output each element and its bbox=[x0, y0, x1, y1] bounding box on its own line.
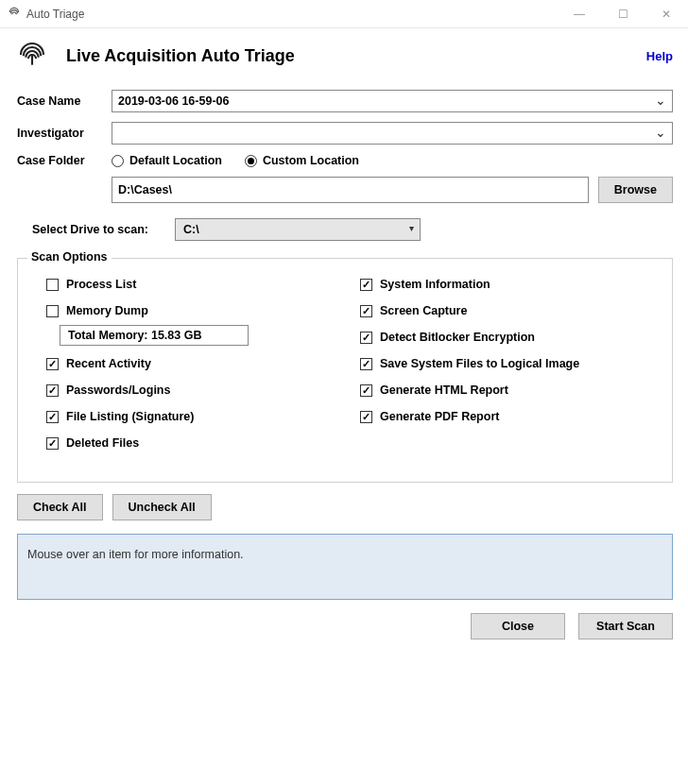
app-icon bbox=[8, 6, 21, 22]
check-memory-dump[interactable]: Memory Dump bbox=[46, 304, 345, 317]
check-label: Process List bbox=[66, 278, 136, 291]
window-title: Auto Triage bbox=[26, 8, 84, 21]
checkbox-icon bbox=[46, 384, 59, 397]
case-folder-path-value: D:\Cases\ bbox=[118, 183, 172, 196]
check-label: File Listing (Signature) bbox=[66, 410, 194, 423]
checkbox-icon bbox=[46, 305, 59, 317]
radio-icon bbox=[245, 155, 257, 167]
check-label: Passwords/Logins bbox=[66, 383, 170, 397]
close-button[interactable]: Close bbox=[471, 613, 565, 639]
close-window-button[interactable]: ✕ bbox=[645, 0, 688, 28]
check-save-system-files[interactable]: Save System Files to Logical Image bbox=[360, 357, 659, 370]
checkbox-icon bbox=[46, 437, 59, 450]
checkbox-icon bbox=[360, 384, 372, 397]
checkbox-icon bbox=[360, 305, 372, 317]
case-name-label: Case Name bbox=[17, 94, 112, 108]
maximize-button[interactable]: ☐ bbox=[601, 0, 645, 28]
check-label: Generate PDF Report bbox=[380, 410, 499, 423]
check-label: Memory Dump bbox=[66, 304, 148, 317]
checkbox-icon bbox=[360, 332, 372, 344]
case-name-input[interactable]: 2019-03-06 16-59-06 bbox=[112, 90, 673, 112]
window-titlebar: Auto Triage — ☐ ✕ bbox=[0, 0, 688, 28]
check-passwords-logins[interactable]: Passwords/Logins bbox=[46, 383, 345, 397]
radio-default-location[interactable]: Default Location bbox=[112, 154, 222, 167]
check-label: Screen Capture bbox=[380, 304, 467, 317]
scan-options-fieldset: Scan Options Process List Memory Dump To… bbox=[17, 258, 673, 483]
check-all-button[interactable]: Check All bbox=[17, 494, 103, 520]
radio-icon bbox=[112, 155, 124, 167]
check-screen-capture[interactable]: Screen Capture bbox=[360, 304, 659, 317]
drive-value: C:\ bbox=[183, 223, 199, 236]
minimize-button[interactable]: — bbox=[558, 0, 601, 28]
help-link[interactable]: Help bbox=[646, 49, 673, 63]
check-label: Deleted Files bbox=[66, 436, 139, 450]
checkbox-icon bbox=[360, 411, 372, 423]
browse-button[interactable]: Browse bbox=[598, 177, 673, 203]
memory-info: Total Memory: 15.83 GB bbox=[60, 325, 249, 346]
drive-label: Select Drive to scan: bbox=[32, 223, 148, 236]
check-label: Detect Bitlocker Encryption bbox=[380, 331, 535, 344]
info-box: Mouse over an item for more information. bbox=[17, 534, 673, 600]
checkbox-icon bbox=[46, 358, 59, 370]
check-label: Recent Activity bbox=[66, 357, 151, 370]
check-html-report[interactable]: Generate HTML Report bbox=[360, 383, 659, 397]
check-process-list[interactable]: Process List bbox=[46, 278, 345, 291]
check-bitlocker[interactable]: Detect Bitlocker Encryption bbox=[360, 331, 659, 344]
check-label: Generate HTML Report bbox=[380, 383, 508, 397]
page-title: Live Acquisition Auto Triage bbox=[66, 46, 295, 66]
case-folder-label: Case Folder bbox=[17, 154, 112, 167]
check-file-listing[interactable]: File Listing (Signature) bbox=[46, 410, 345, 423]
radio-custom-label: Custom Location bbox=[263, 154, 359, 167]
check-recent-activity[interactable]: Recent Activity bbox=[46, 357, 345, 370]
drive-select[interactable]: C:\ bbox=[175, 218, 421, 241]
case-name-value: 2019-03-06 16-59-06 bbox=[118, 94, 229, 108]
uncheck-all-button[interactable]: Uncheck All bbox=[112, 494, 212, 520]
fingerprint-icon bbox=[17, 40, 47, 73]
radio-custom-location[interactable]: Custom Location bbox=[245, 154, 359, 167]
check-system-info[interactable]: System Information bbox=[360, 278, 659, 291]
checkbox-icon bbox=[360, 358, 372, 370]
scan-options-legend: Scan Options bbox=[27, 250, 112, 264]
case-folder-path-input[interactable]: D:\Cases\ bbox=[112, 177, 589, 203]
checkbox-icon bbox=[360, 279, 372, 291]
check-deleted-files[interactable]: Deleted Files bbox=[46, 436, 345, 450]
start-scan-button[interactable]: Start Scan bbox=[578, 613, 673, 639]
check-pdf-report[interactable]: Generate PDF Report bbox=[360, 410, 659, 423]
checkbox-icon bbox=[46, 279, 59, 291]
check-label: System Information bbox=[380, 278, 490, 291]
checkbox-icon bbox=[46, 411, 59, 423]
investigator-input[interactable] bbox=[112, 122, 673, 145]
investigator-label: Investigator bbox=[17, 127, 112, 140]
radio-default-label: Default Location bbox=[129, 154, 222, 167]
check-label: Save System Files to Logical Image bbox=[380, 357, 579, 370]
